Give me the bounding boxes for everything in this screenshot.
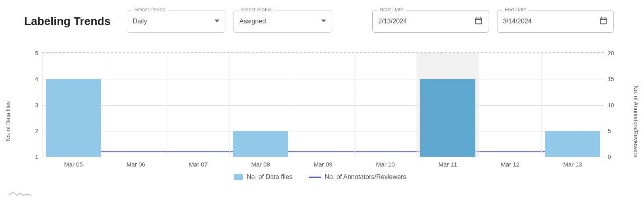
gridline: [42, 131, 604, 131]
gridline: [42, 79, 604, 79]
x-tick: Mar 13: [563, 161, 582, 168]
chevron-down-icon: [321, 18, 326, 25]
x-tick: Mar 06: [126, 161, 145, 168]
zoom-reset-icon[interactable]: [8, 187, 32, 199]
start-date-label: Start Date: [378, 6, 406, 12]
vline: [229, 53, 230, 157]
y-right-tick: 0: [608, 154, 618, 160]
select-period-label: Select Period: [132, 6, 168, 12]
x-tick: Mar 10: [376, 161, 395, 168]
select-status-value: Assigned: [239, 18, 317, 25]
y-right-axis-label: No. of Annotators/Reviewers: [633, 85, 639, 157]
y-right-tick: 5: [608, 128, 618, 134]
chart-container: No. of Data files No. of Annotators/Revi…: [12, 48, 628, 194]
start-date-value: 2/13/2024: [378, 18, 470, 25]
line-swatch-icon: [309, 177, 321, 178]
y-left-tick: 2: [30, 128, 38, 134]
vline: [167, 53, 167, 157]
y-left-tick: 4: [30, 76, 38, 82]
x-tick: Mar 08: [251, 161, 270, 168]
select-status-label: Select Status: [239, 6, 275, 12]
vline: [42, 53, 43, 157]
bar[interactable]: [46, 79, 101, 157]
end-date-value: 3/14/2024: [503, 18, 595, 25]
vline: [479, 53, 479, 157]
y-right-tick: 10: [608, 102, 618, 108]
vline: [292, 53, 292, 157]
filters-header: Labeling Trends Select Period Daily Sele…: [0, 0, 644, 33]
legend-bar-label: No. of Data files: [247, 173, 293, 181]
y-left-tick: 3: [30, 102, 38, 108]
end-date-field[interactable]: End Date 3/14/2024: [497, 10, 614, 33]
y-right-tick: 20: [608, 50, 618, 56]
y-left-axis-label: No. of Data files: [5, 101, 11, 142]
y-left-tick: 5: [30, 50, 38, 56]
y-left-tick: 1: [30, 154, 38, 160]
legend-line-label: No. of Annotators/Reviewers: [325, 173, 407, 181]
x-tick: Mar 05: [64, 161, 83, 168]
start-date-field[interactable]: Start Date 2/13/2024: [372, 10, 489, 33]
calendar-icon: [599, 16, 608, 27]
vline: [541, 53, 542, 157]
select-status-dropdown[interactable]: Select Status Assigned: [233, 10, 332, 33]
page-title: Labeling Trends: [24, 15, 111, 28]
x-tick: Mar 12: [501, 161, 520, 168]
vline: [105, 53, 105, 157]
legend-item-line[interactable]: No. of Annotators/Reviewers: [309, 173, 407, 181]
chart-legend: No. of Data files No. of Annotators/Revi…: [12, 173, 628, 181]
y-right-tick: 15: [608, 76, 618, 82]
x-tick: Mar 09: [314, 161, 332, 168]
x-tick: Mar 11: [438, 161, 457, 168]
vline: [354, 53, 355, 157]
bar-swatch-icon: [234, 174, 243, 180]
select-period-dropdown[interactable]: Select Period Daily: [127, 10, 225, 33]
end-date-label: End Date: [502, 6, 529, 12]
bar[interactable]: [233, 131, 288, 157]
select-period-value: Daily: [133, 18, 211, 25]
vline: [604, 53, 604, 157]
bar[interactable]: [420, 79, 475, 157]
x-tick: Mar 07: [189, 161, 208, 168]
plot-area[interactable]: 1234505101520Mar 05Mar 06Mar 07Mar 08Mar…: [42, 52, 604, 157]
legend-item-bar[interactable]: No. of Data files: [234, 173, 293, 181]
bar[interactable]: [545, 131, 600, 157]
chevron-down-icon: [215, 18, 219, 25]
gridline: [42, 105, 604, 106]
calendar-icon: [474, 16, 483, 27]
